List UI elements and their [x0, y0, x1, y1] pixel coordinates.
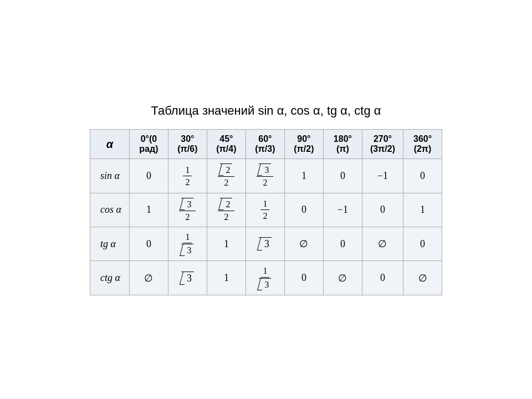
- tg-270: ∅: [362, 227, 403, 261]
- header-30deg: 30°(π/6): [168, 130, 207, 159]
- page-title: Таблица значений sin α, cos α, tg α, ctg…: [151, 104, 381, 118]
- func-sin: sin α: [90, 159, 129, 193]
- func-ctg: ctg α: [90, 261, 129, 295]
- func-cos: cos α: [90, 193, 129, 227]
- ctg-30: 3: [168, 261, 207, 295]
- trig-values-table: α 0°(0рад) 30°(π/6) 45°(π/4) 60°(π/3) 90…: [90, 129, 442, 295]
- header-270deg: 270°(3π/2): [362, 130, 403, 159]
- header-alpha: α: [90, 130, 129, 159]
- sin-45: 2 2: [207, 159, 245, 193]
- tg-180: 0: [323, 227, 362, 261]
- header-180deg: 180°(π): [323, 130, 362, 159]
- table-row-cos: cos α 1 3 2 2 2 1 2 0 −1: [90, 193, 442, 227]
- tg-30: 1 3: [168, 227, 207, 261]
- tg-0: 0: [129, 227, 168, 261]
- tg-90: ∅: [284, 227, 323, 261]
- cos-360: 1: [403, 193, 442, 227]
- cos-180: −1: [323, 193, 362, 227]
- cos-270: 0: [362, 193, 403, 227]
- header-60deg: 60°(π/3): [245, 130, 284, 159]
- table-row-ctg: ctg α ∅ 3 1 1 3 0 ∅ 0 ∅: [90, 261, 442, 295]
- cos-60: 1 2: [245, 193, 284, 227]
- table-row-sin: sin α 0 1 2 2 2 3 2 1 0: [90, 159, 442, 193]
- table-row-tg: tg α 0 1 3 1 3 ∅ 0 ∅ 0: [90, 227, 442, 261]
- tg-360: 0: [403, 227, 442, 261]
- sin-90: 1: [284, 159, 323, 193]
- header-45deg: 45°(π/4): [207, 130, 245, 159]
- header-360deg: 360°(2π): [403, 130, 442, 159]
- sin-180: 0: [323, 159, 362, 193]
- sin-60: 3 2: [245, 159, 284, 193]
- cos-45: 2 2: [207, 193, 245, 227]
- sin-270: −1: [362, 159, 403, 193]
- sin-30: 1 2: [168, 159, 207, 193]
- cos-90: 0: [284, 193, 323, 227]
- tg-60: 3: [245, 227, 284, 261]
- ctg-360: ∅: [403, 261, 442, 295]
- ctg-90: 0: [284, 261, 323, 295]
- cos-0: 1: [129, 193, 168, 227]
- ctg-0: ∅: [129, 261, 168, 295]
- header-90deg: 90°(π/2): [284, 130, 323, 159]
- ctg-270: 0: [362, 261, 403, 295]
- ctg-60: 1 3: [245, 261, 284, 295]
- func-tg: tg α: [90, 227, 129, 261]
- ctg-180: ∅: [323, 261, 362, 295]
- header-0deg: 0°(0рад): [129, 130, 168, 159]
- sin-0: 0: [129, 159, 168, 193]
- ctg-45: 1: [207, 261, 245, 295]
- sin-360: 0: [403, 159, 442, 193]
- tg-45: 1: [207, 227, 245, 261]
- cos-30: 3 2: [168, 193, 207, 227]
